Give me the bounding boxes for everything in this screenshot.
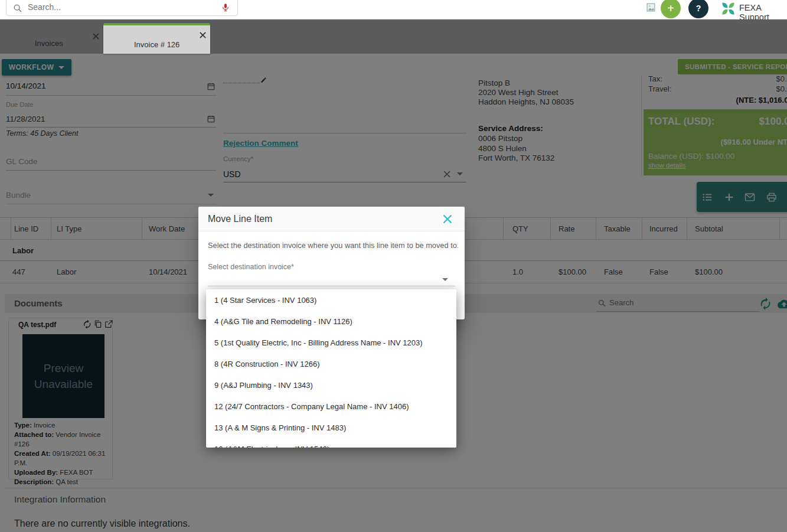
microphone-icon[interactable] xyxy=(221,2,230,12)
destination-invoice-dropdown: 1 (4 Star Services - INV 1063) 4 (A&G Ti… xyxy=(206,289,456,448)
dropdown-option[interactable]: 1 (4 Star Services - INV 1063) xyxy=(206,289,456,311)
close-icon[interactable] xyxy=(92,32,100,40)
tab-invoices-label: Invoices xyxy=(35,39,63,48)
close-icon[interactable] xyxy=(199,31,207,39)
dropdown-option[interactable]: 5 (1st Quality Electric, Inc - Billing A… xyxy=(206,332,456,353)
destination-invoice-label: Select destination invoice* xyxy=(208,263,294,271)
topbar: + ? FEXA Support xyxy=(0,0,787,19)
help-button[interactable]: ? xyxy=(688,0,708,18)
tab-invoices[interactable]: Invoices xyxy=(0,23,102,54)
fexa-logo xyxy=(720,1,736,17)
global-search-input[interactable] xyxy=(28,2,205,12)
add-button[interactable]: + xyxy=(661,0,681,18)
modal-title: Move Line Item xyxy=(208,214,272,224)
plus-icon: + xyxy=(667,2,674,14)
dropdown-option[interactable]: 4 (A&G Tile and Remodeling - INV 1126) xyxy=(206,311,456,332)
destination-invoice-select[interactable] xyxy=(208,272,455,286)
dropdown-option[interactable]: 8 (4R Construction - INV 1266) xyxy=(206,353,456,374)
search-icon xyxy=(13,4,22,13)
dropdown-option[interactable]: 16 (A&M Electric, Inc. - INV 1546) xyxy=(206,438,456,448)
broken-image-icon xyxy=(646,2,656,12)
close-icon[interactable] xyxy=(442,214,453,224)
modal-description: Select the destination invoice where you… xyxy=(208,241,458,250)
question-icon: ? xyxy=(696,4,701,13)
tab-invoice-126-label: Invoice # 126 xyxy=(134,40,179,49)
app-window: WORKFLOW SUBMITTED - SERVICE REPORT 10/1… xyxy=(0,0,787,532)
tab-invoice-126[interactable]: Invoice # 126 xyxy=(103,23,210,54)
dropdown-option[interactable]: 9 (A&J Plumbing - INV 1343) xyxy=(206,374,456,396)
dropdown-option[interactable]: 13 (A & M Signs & Printing - INV 1483) xyxy=(206,417,456,438)
modal-header: Move Line Item xyxy=(198,207,465,231)
dropdown-option[interactable]: 12 (24/7 Contractors - Company Legal Nam… xyxy=(206,396,456,417)
tab-bar: Invoices Invoice # 126 xyxy=(0,19,787,54)
global-search-box xyxy=(6,0,238,16)
chevron-down-icon xyxy=(442,278,448,281)
